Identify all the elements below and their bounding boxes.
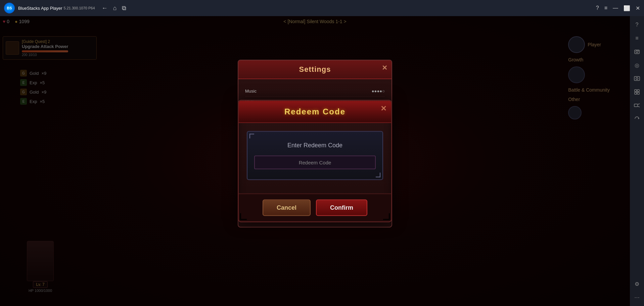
sidebar-btn-1[interactable]: ≡ <box>631 32 643 44</box>
svg-point-4 <box>636 78 638 80</box>
redeem-input-area: Enter Redeem Code <box>247 131 383 180</box>
svg-rect-9 <box>634 104 638 107</box>
title-bar: BS BlueStacks App Player 5.21.300.1070 P… <box>0 0 644 16</box>
svg-rect-7 <box>635 92 637 94</box>
app-name: BlueStacks App Player <box>18 6 62 11</box>
app-logo: BS <box>4 3 15 13</box>
sidebar-btn-vol[interactable] <box>631 99 643 111</box>
redeem-header: Redeem Code ✕ <box>239 101 391 123</box>
window-controls: ? ≡ — ⬜ ✕ <box>596 5 640 11</box>
settings-close-button[interactable]: ✕ <box>382 64 387 72</box>
redeem-title: Redeem Code <box>284 107 346 116</box>
sidebar-btn-circle[interactable]: ◎ <box>631 59 643 71</box>
redeem-footer: Cancel Confirm <box>239 194 391 221</box>
svg-point-0 <box>636 51 638 53</box>
minimize-button[interactable]: — <box>613 5 618 11</box>
sidebar-btn-photo[interactable] <box>631 72 643 85</box>
multi-button[interactable]: ⧉ <box>122 5 126 12</box>
confirm-button[interactable]: Confirm <box>316 200 367 216</box>
settings-row: Music ●●●●○ <box>245 86 385 97</box>
corner-decoration-bl <box>240 213 247 220</box>
svg-rect-5 <box>635 90 637 92</box>
home-button[interactable]: ⌂ <box>113 5 117 12</box>
svg-rect-3 <box>634 76 640 81</box>
help-button[interactable]: ? <box>596 5 599 11</box>
redeem-code-input[interactable] <box>254 156 376 169</box>
back-button[interactable]: ← <box>102 5 108 12</box>
nav-buttons: ← ⌂ ⧉ <box>102 5 127 12</box>
sidebar-btn-scale[interactable] <box>631 86 643 98</box>
right-sidebar: ? ≡ ◎ ⚙ ⋯ <box>630 16 644 306</box>
svg-rect-6 <box>637 90 639 92</box>
menu-button[interactable]: ≡ <box>604 5 607 11</box>
sidebar-btn-rotate[interactable] <box>631 113 643 125</box>
sidebar-btn-0[interactable]: ? <box>631 19 643 31</box>
redeem-body: Enter Redeem Code <box>239 123 391 194</box>
close-button[interactable]: ✕ <box>636 5 640 11</box>
settings-title: Settings <box>299 65 331 73</box>
app-version: 5.21.300.1070 P64 <box>64 6 95 10</box>
cancel-button[interactable]: Cancel <box>263 200 311 216</box>
game-background: ♥ 0 ● 1099 < [Normal] Silent Woods 1-1 >… <box>0 16 630 306</box>
svg-point-2 <box>638 50 639 51</box>
sidebar-btn-settings[interactable]: ⚙ <box>631 278 643 290</box>
svg-line-10 <box>638 104 640 104</box>
redeem-placeholder-text: Enter Redeem Code <box>254 142 376 149</box>
settings-header: Settings ✕ <box>238 60 392 79</box>
redeem-code-modal: Redeem Code ✕ Enter Redeem Code Cancel C… <box>238 100 392 222</box>
sidebar-btn-more[interactable]: ⋯ <box>631 291 643 303</box>
redeem-close-button[interactable]: ✕ <box>380 105 386 112</box>
sidebar-btn-camera[interactable] <box>631 46 643 58</box>
svg-line-11 <box>638 106 640 107</box>
svg-rect-8 <box>637 92 639 94</box>
maximize-button[interactable]: ⬜ <box>624 5 630 11</box>
corner-decoration-br <box>383 213 390 220</box>
